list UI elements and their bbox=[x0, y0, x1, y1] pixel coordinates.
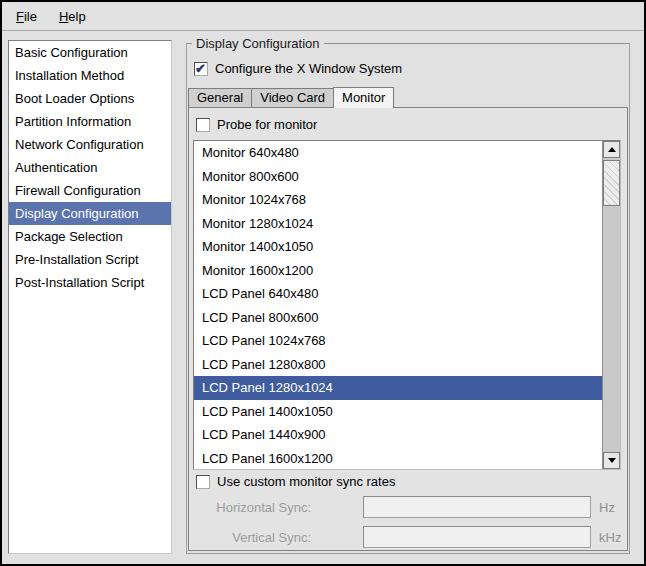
monitor-list-item[interactable]: LCD Panel 1400x1050 bbox=[194, 400, 602, 424]
tab[interactable]: General bbox=[188, 88, 252, 107]
custom-sync-checkbox-row[interactable]: ✔ Use custom monitor sync rates bbox=[196, 474, 395, 489]
scrollbar-thumb[interactable] bbox=[603, 160, 620, 206]
monitor-list-item[interactable]: LCD Panel 800x600 bbox=[194, 306, 602, 330]
monitor-list-item[interactable]: LCD Panel 1280x800 bbox=[194, 353, 602, 377]
sidebar-item[interactable]: Installation Method bbox=[9, 64, 171, 87]
sidebar-item[interactable]: Pre-Installation Script bbox=[9, 248, 171, 271]
monitor-list-item[interactable]: LCD Panel 1600x1200 bbox=[194, 447, 602, 470]
horizontal-sync-input[interactable] bbox=[363, 496, 591, 518]
arrow-down-icon bbox=[608, 458, 616, 463]
horizontal-sync-label: Horizontal Sync: bbox=[189, 500, 311, 515]
sidebar-section-list: Basic Configuration Installation Method … bbox=[8, 40, 172, 554]
monitor-list-item[interactable]: Monitor 800x600 bbox=[194, 165, 602, 189]
check-icon: ✔ bbox=[195, 61, 206, 76]
monitor-list-item[interactable]: LCD Panel 1024x768 bbox=[194, 329, 602, 353]
monitor-list-item[interactable]: Monitor 1600x1200 bbox=[194, 259, 602, 283]
monitor-list-container: Monitor 640x480 Monitor 800x600 Monitor … bbox=[193, 140, 621, 470]
sidebar-item[interactable]: Post-Installation Script bbox=[9, 271, 171, 294]
configure-x-checkbox[interactable]: ✔ bbox=[194, 62, 208, 76]
monitor-tab-page: ✔ Probe for monitor Monitor 640x480 Moni… bbox=[188, 107, 628, 551]
menu-item[interactable]: File bbox=[13, 7, 40, 26]
monitor-list-item[interactable]: Monitor 640x480 bbox=[194, 141, 602, 165]
sidebar-item[interactable]: Display Configuration bbox=[9, 202, 171, 225]
vertical-sync-row: Vertical Sync: kHz bbox=[189, 525, 627, 549]
monitor-list-item[interactable]: Monitor 1280x1024 bbox=[194, 212, 602, 236]
horizontal-sync-row: Horizontal Sync: Hz bbox=[189, 495, 627, 519]
app-window: File Help Basic Configuration Installati… bbox=[0, 0, 646, 566]
monitor-list-item[interactable]: Monitor 1400x1050 bbox=[194, 235, 602, 259]
monitor-list-item[interactable]: LCD Panel 1280x1024 bbox=[194, 376, 602, 400]
sidebar-item[interactable]: Firewall Configuration bbox=[9, 179, 171, 202]
scroll-down-button[interactable] bbox=[603, 452, 620, 469]
custom-sync-label: Use custom monitor sync rates bbox=[217, 474, 395, 489]
monitor-list-item[interactable]: LCD Panel 1440x900 bbox=[194, 423, 602, 447]
tab-bar: General Video Card Monitor bbox=[188, 86, 628, 107]
sidebar-item[interactable]: Partition Information bbox=[9, 110, 171, 133]
horizontal-sync-unit: Hz bbox=[599, 500, 615, 515]
vertical-sync-input[interactable] bbox=[363, 526, 591, 548]
scroll-up-button[interactable] bbox=[603, 141, 620, 158]
arrow-up-icon bbox=[608, 147, 616, 152]
sidebar-item[interactable]: Authentication bbox=[9, 156, 171, 179]
sidebar-item[interactable]: Network Configuration bbox=[9, 133, 171, 156]
vertical-sync-unit: kHz bbox=[599, 530, 621, 545]
monitor-list-scrollbar[interactable] bbox=[602, 141, 620, 469]
scrollbar-track[interactable] bbox=[603, 158, 620, 452]
custom-sync-checkbox[interactable]: ✔ bbox=[196, 475, 210, 489]
monitor-list-item[interactable]: LCD Panel 640x480 bbox=[194, 282, 602, 306]
tab[interactable]: Monitor bbox=[333, 87, 394, 108]
vertical-sync-label: Vertical Sync: bbox=[189, 530, 311, 545]
sidebar-item[interactable]: Package Selection bbox=[9, 225, 171, 248]
configure-x-label: Configure the X Window System bbox=[215, 61, 402, 76]
probe-monitor-checkbox-row[interactable]: ✔ Probe for monitor bbox=[196, 117, 317, 132]
display-configuration-group: Display Configuration ✔ Configure the X … bbox=[186, 43, 630, 554]
menubar: File Help bbox=[2, 2, 644, 31]
monitor-list-item[interactable]: Monitor 1024x768 bbox=[194, 188, 602, 212]
configure-x-checkbox-row[interactable]: ✔ Configure the X Window System bbox=[194, 61, 402, 76]
probe-monitor-checkbox[interactable]: ✔ bbox=[196, 118, 210, 132]
sidebar-item[interactable]: Boot Loader Options bbox=[9, 87, 171, 110]
monitor-list: Monitor 640x480 Monitor 800x600 Monitor … bbox=[194, 141, 602, 469]
tab[interactable]: Video Card bbox=[251, 88, 334, 107]
menu-item[interactable]: Help bbox=[56, 7, 89, 26]
probe-monitor-label: Probe for monitor bbox=[217, 117, 317, 132]
group-title: Display Configuration bbox=[192, 36, 324, 51]
sidebar-item[interactable]: Basic Configuration bbox=[9, 41, 171, 64]
